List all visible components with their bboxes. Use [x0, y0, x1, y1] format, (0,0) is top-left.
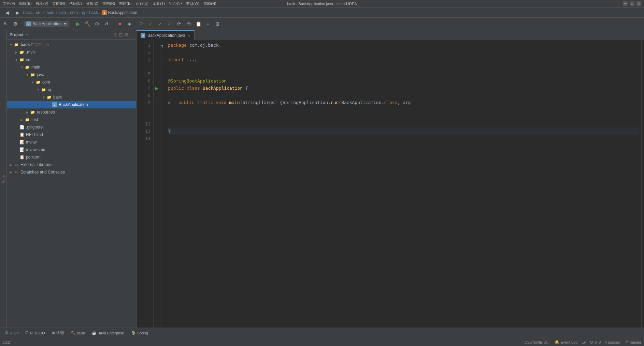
git-push-button[interactable]: ✓	[165, 19, 174, 28]
panel-settings-button[interactable]: ⚙	[124, 32, 129, 37]
tree-item-extlibs[interactable]: ▶ 🗂 External Libraries	[7, 161, 136, 168]
maximize-button[interactable]: □	[630, 1, 634, 6]
reload-button[interactable]: ↺	[102, 19, 111, 28]
gutter-7-run[interactable]: ▶	[154, 85, 160, 92]
gutter-8	[154, 92, 160, 99]
git-remote-button[interactable]: 📋	[194, 19, 203, 28]
panel-dropdown-icon[interactable]: ▼	[26, 33, 29, 36]
editor-tab-backapp[interactable]: J BackApplication.java ✕	[137, 30, 195, 40]
tree-item-src[interactable]: ▼ 📁 src	[7, 56, 136, 63]
tree-item-mvnw-cmd[interactable]: 📝 mvnw.cmd	[7, 146, 136, 153]
git-vcs-button[interactable]: ≡	[203, 19, 212, 28]
status-csdn[interactable]: CSDN@IEIUI...	[525, 340, 550, 344]
sync-button[interactable]: ↻	[1, 19, 10, 28]
bottom-tab-java-ent[interactable]: ☕ Java Enterprise	[88, 328, 127, 338]
breadcrumb-back2[interactable]: back	[89, 10, 98, 15]
code-line-2	[168, 49, 639, 56]
nav-forward-button[interactable]: ▶	[13, 8, 22, 17]
bottom-tab-todo[interactable]: ☑ 6: TODO	[22, 328, 48, 338]
fold-7[interactable]: ┐	[160, 42, 165, 49]
run-button[interactable]: ▶	[73, 19, 82, 28]
coverage-button[interactable]: ◈	[125, 19, 134, 28]
menu-build[interactable]: 构建(B)	[119, 1, 132, 6]
git-undo-button[interactable]: ⟲	[184, 19, 193, 28]
panel-locate-button[interactable]: ◎	[113, 32, 117, 37]
tree-item-main[interactable]: ▼ 📁 main	[7, 63, 136, 71]
bottom-tab-spring[interactable]: 🍃 Spring	[128, 328, 152, 338]
status-position[interactable]: 13:2	[3, 340, 10, 344]
menu-window[interactable]: 窗口(W)	[186, 1, 200, 6]
code-content[interactable]: package com.oj.back; import ...; @Spring…	[165, 40, 641, 328]
bottom-tab-git[interactable]: ⑨ 9: Git	[1, 328, 22, 338]
git-layout-button[interactable]: ⊞	[213, 19, 222, 28]
menu-edit[interactable]: 编辑(E)	[19, 1, 32, 6]
menu-run[interactable]: 运行(U)	[136, 1, 148, 6]
panel-collapse-button[interactable]: ⊟	[119, 32, 123, 37]
breadcrumb-back[interactable]: back	[23, 10, 32, 15]
status-utf8[interactable]: UTF-8	[590, 340, 601, 344]
status-branch[interactable]: ⎇ master	[624, 340, 641, 344]
tree-item-back[interactable]: ▼ 📁 back E:\OJ\back	[7, 41, 136, 48]
window-controls[interactable]: ─ □ ✕	[623, 1, 641, 6]
menu-tools[interactable]: 工具(T)	[153, 1, 165, 6]
tree-item-pom[interactable]: 📋 pom.xml	[7, 153, 136, 161]
menu-file[interactable]: 文件(F)	[3, 1, 15, 6]
tree-item-backapp[interactable]: J BackApplication	[7, 101, 136, 108]
menu-help[interactable]: 帮助(H)	[203, 1, 216, 6]
tree-item-scratches[interactable]: ▶ ✏ Scratches and Consoles	[7, 168, 136, 176]
terminal-tab-icon: ⊞	[52, 331, 55, 335]
gutter-9-fold[interactable]: –	[154, 99, 160, 106]
status-event-log[interactable]: 🔔 Event Log	[555, 340, 578, 344]
panel-actions: ◎ ⊟ ⚙ ─	[113, 32, 133, 37]
menu-nav[interactable]: 导航(N)	[52, 1, 65, 6]
breadcrumb-main[interactable]: main	[45, 10, 54, 15]
menu-vcs[interactable]: VCS(S)	[169, 1, 182, 6]
tree-item-back-pkg[interactable]: ▼ 📁 back	[7, 93, 136, 101]
tree-item-com[interactable]: ▼ 📁 com	[7, 78, 136, 86]
status-spaces[interactable]: 4 spaces	[605, 340, 620, 344]
favorites-label[interactable]: Web	[1, 173, 6, 185]
breadcrumb-oj[interactable]: oj	[82, 10, 85, 15]
menu-bar[interactable]: 文件(F) 编辑(E) 视图(V) 导航(N) 代码(C) 分析(Z) 重构(R…	[3, 1, 216, 6]
run-config-selector[interactable]: J BackApplication ▼	[24, 21, 69, 27]
menu-view[interactable]: 视图(V)	[36, 1, 48, 6]
tree-item-java[interactable]: ▼ 📁 java	[7, 71, 136, 78]
run-config-name: BackApplication	[32, 21, 61, 26]
tree-item-mvnw[interactable]: 📝 mvnw	[7, 138, 136, 146]
breadcrumb-src[interactable]: src	[36, 10, 41, 15]
menu-refactor[interactable]: 重构(R)	[102, 1, 115, 6]
tree-item-help[interactable]: 📋 HELP.md	[7, 131, 136, 138]
tree-arrow-oj: ▼	[35, 88, 41, 92]
menu-analyze[interactable]: 分析(Z)	[86, 1, 98, 6]
nav-back-button[interactable]: ◀	[3, 8, 12, 17]
fold-9-inner[interactable]: ┐	[160, 56, 165, 63]
stop-button[interactable]: ■	[115, 19, 124, 28]
fold-icon[interactable]: –	[156, 101, 158, 104]
code-line-9: ● public static void main(String[] args)…	[168, 99, 639, 106]
tree-label-pom: pom.xml	[26, 155, 41, 160]
breadcrumb-java[interactable]: java	[58, 10, 66, 15]
git-commit-button[interactable]: ✔	[156, 19, 164, 28]
minimize-button[interactable]: ─	[623, 1, 628, 6]
tree-item-oj[interactable]: ▼ 📁 oj	[7, 86, 136, 93]
code-line-3: import ...;	[168, 56, 639, 63]
bottom-tab-terminal[interactable]: ⊞ 终端	[48, 328, 67, 338]
run-arrow-icon[interactable]: ▶	[155, 86, 158, 91]
build-button[interactable]: 🔨	[83, 19, 92, 28]
bottom-tab-build[interactable]: 🔨 Build	[67, 328, 88, 338]
settings-button[interactable]: ⚙	[11, 19, 20, 28]
tree-item-test[interactable]: ▶ 📁 test	[7, 116, 136, 123]
line-num-7: 7	[137, 85, 153, 92]
tree-item-mvn[interactable]: ▶ 📁 .mvn	[7, 48, 136, 56]
menu-code[interactable]: 代码(C)	[69, 1, 82, 6]
git-check-button[interactable]: ✓	[146, 19, 155, 28]
close-button[interactable]: ✕	[636, 1, 641, 6]
panel-close-button[interactable]: ─	[130, 32, 133, 37]
tab-close-button[interactable]: ✕	[187, 34, 190, 37]
tree-item-resources[interactable]: ▶ 📁 resources	[7, 108, 136, 116]
tree-item-gitignore[interactable]: 📄 .gitignore	[7, 123, 136, 131]
breadcrumb-com[interactable]: com	[70, 10, 78, 15]
status-encoding[interactable]: LF	[582, 340, 586, 344]
git-history-button[interactable]: ⟳	[175, 19, 184, 28]
build-project-button[interactable]: ⚙	[92, 19, 101, 28]
